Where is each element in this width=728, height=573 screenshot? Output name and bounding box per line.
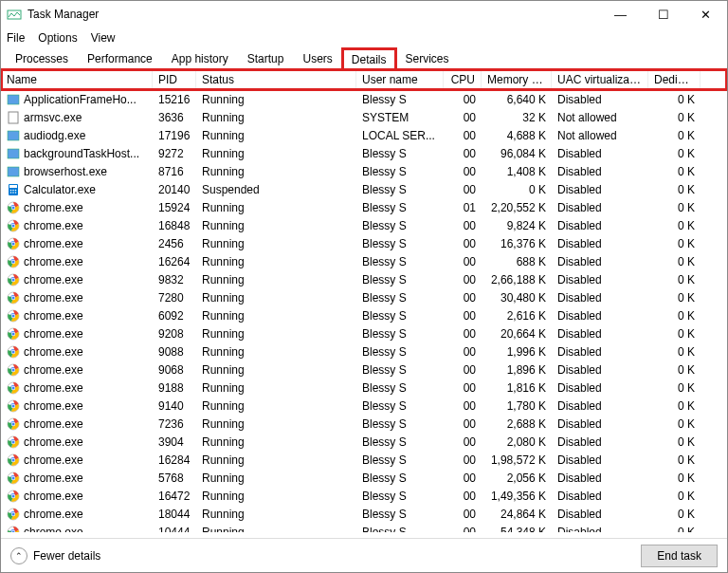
cell-status: Running (196, 453, 356, 468)
cell-uac: Disabled (552, 489, 648, 504)
table-row[interactable]: chrome.exe10444RunningBlessy S0054,348 K… (1, 523, 727, 532)
table-row[interactable]: Calculator.exe20140SuspendedBlessy S000 … (1, 180, 727, 198)
table-row[interactable]: chrome.exe9208RunningBlessy S0020,664 KD… (1, 324, 727, 342)
col-username[interactable]: User name (356, 70, 444, 89)
cell-pid: 2456 (153, 236, 196, 251)
cell-status: Running (196, 200, 356, 215)
table-row[interactable]: chrome.exe9068RunningBlessy S001,896 KDi… (1, 360, 727, 379)
cell-mem: 4,688 K (482, 128, 552, 143)
cell-pid: 9088 (153, 344, 196, 360)
process-icon (7, 93, 20, 106)
cell-user: Blessy S (356, 344, 444, 360)
table-row[interactable]: chrome.exe16264RunningBlessy S00688 KDis… (1, 252, 727, 270)
tab-performance[interactable]: Performance (79, 48, 161, 68)
cell-cpu: 00 (444, 362, 482, 378)
cell-ded: 0 K (648, 254, 701, 269)
svg-point-17 (11, 206, 14, 209)
svg-point-81 (11, 494, 14, 497)
cell-uac: Disabled (552, 326, 648, 342)
table-row[interactable]: chrome.exe9832RunningBlessy S002,66,188 … (1, 270, 727, 288)
cell-uac: Disabled (552, 471, 648, 486)
cell-status: Running (196, 110, 356, 125)
col-memory[interactable]: Memory (ac... (482, 70, 552, 89)
cell-cpu: 00 (444, 146, 482, 161)
col-status[interactable]: Status (196, 70, 356, 89)
menu-file[interactable]: File (7, 31, 25, 45)
col-name[interactable]: Name (1, 70, 153, 89)
cell-mem: 30,480 K (482, 290, 552, 305)
cell-uac: Not allowed (552, 128, 648, 143)
cell-cpu: 00 (444, 525, 482, 533)
end-task-button[interactable]: End task (641, 545, 718, 567)
col-uac[interactable]: UAC virtualizati... (552, 70, 648, 89)
table-row[interactable]: chrome.exe7236RunningBlessy S002,688 KDi… (1, 415, 727, 433)
process-table[interactable]: ApplicationFrameHo...15216RunningBlessy … (1, 90, 727, 532)
table-row[interactable]: chrome.exe3904RunningBlessy S002,080 KDi… (1, 433, 727, 451)
col-pid[interactable]: PID (153, 70, 196, 89)
cell-status: Running (196, 507, 356, 522)
menu-options[interactable]: Options (38, 31, 77, 45)
menu-view[interactable]: View (91, 31, 116, 45)
table-row[interactable]: chrome.exe16472RunningBlessy S001,49,356… (1, 487, 727, 505)
cell-status: Running (196, 92, 356, 107)
cell-uac: Not allowed (552, 110, 648, 125)
table-row[interactable]: chrome.exe5768RunningBlessy S002,056 KDi… (1, 469, 727, 487)
table-row[interactable]: chrome.exe2456RunningBlessy S0016,376 KD… (1, 234, 727, 252)
tab-details[interactable]: Details (343, 49, 395, 69)
table-row[interactable]: chrome.exe16284RunningBlessy S001,98,572… (1, 451, 727, 469)
cell-status: Running (196, 326, 356, 342)
titlebar[interactable]: Task Manager — ☐ ✕ (1, 1, 727, 28)
svg-point-65 (11, 422, 14, 425)
cell-uac: Disabled (552, 507, 648, 522)
tab-users[interactable]: Users (294, 48, 340, 68)
cell-uac: Disabled (552, 272, 648, 287)
table-row[interactable]: backgroundTaskHost...9272RunningBlessy S… (1, 144, 727, 162)
table-row[interactable]: chrome.exe15924RunningBlessy S012,20,552… (1, 198, 727, 216)
cell-name: chrome.exe (1, 200, 153, 215)
cell-ded: 0 K (648, 200, 701, 215)
tab-processes[interactable]: Processes (7, 48, 77, 68)
svg-rect-2 (9, 112, 18, 123)
cell-pid: 9832 (153, 272, 196, 287)
cell-user: Blessy S (356, 380, 444, 396)
cell-name: chrome.exe (1, 308, 153, 323)
tab-services[interactable]: Services (397, 48, 458, 68)
table-row[interactable]: chrome.exe9188RunningBlessy S001,816 KDi… (1, 379, 727, 397)
svg-point-10 (15, 189, 17, 191)
svg-point-61 (11, 404, 14, 407)
close-button[interactable]: ✕ (684, 1, 727, 28)
col-dedicated[interactable]: Dedicated ... (648, 70, 701, 89)
cell-mem: 6,640 K (482, 92, 552, 107)
cell-ded: 0 K (648, 290, 701, 305)
tab-app-history[interactable]: App history (163, 48, 237, 68)
maximize-button[interactable]: ☐ (642, 1, 684, 28)
table-row[interactable]: chrome.exe16848RunningBlessy S009,824 KD… (1, 216, 727, 234)
cell-mem: 1,98,572 K (482, 453, 552, 468)
table-row[interactable]: chrome.exe18044RunningBlessy S0024,864 K… (1, 505, 727, 523)
cell-cpu: 00 (444, 92, 482, 107)
cell-name: chrome.exe (1, 254, 153, 269)
cell-name: chrome.exe (1, 416, 153, 432)
tab-startup[interactable]: Startup (239, 48, 293, 68)
footer: ⌃ Fewer details End task (1, 538, 727, 572)
table-row[interactable]: chrome.exe9140RunningBlessy S001,780 KDi… (1, 397, 727, 415)
table-row[interactable]: browserhost.exe8716RunningBlessy S001,40… (1, 162, 727, 180)
cell-name: browserhost.exe (1, 164, 153, 179)
table-row[interactable]: ApplicationFrameHo...15216RunningBlessy … (1, 90, 727, 108)
table-row[interactable]: audiodg.exe17196RunningLOCAL SER...004,6… (1, 126, 727, 144)
cell-uac: Disabled (552, 398, 648, 414)
cell-cpu: 00 (444, 308, 482, 323)
svg-point-33 (11, 278, 14, 281)
table-row[interactable]: chrome.exe7280RunningBlessy S0030,480 KD… (1, 288, 727, 306)
table-row[interactable]: chrome.exe9088RunningBlessy S001,996 KDi… (1, 342, 727, 360)
svg-point-8 (10, 189, 12, 191)
table-row[interactable]: chrome.exe6092RunningBlessy S002,616 KDi… (1, 306, 727, 324)
process-icon (7, 201, 20, 214)
cell-uac: Disabled (552, 236, 648, 251)
col-cpu[interactable]: CPU (444, 70, 482, 89)
minimize-button[interactable]: — (599, 1, 642, 28)
fewer-details-button[interactable]: ⌃ Fewer details (10, 547, 100, 564)
cell-ded: 0 K (648, 182, 701, 197)
cell-status: Running (196, 290, 356, 305)
table-row[interactable]: armsvc.exe3636RunningSYSTEM0032 KNot all… (1, 108, 727, 126)
